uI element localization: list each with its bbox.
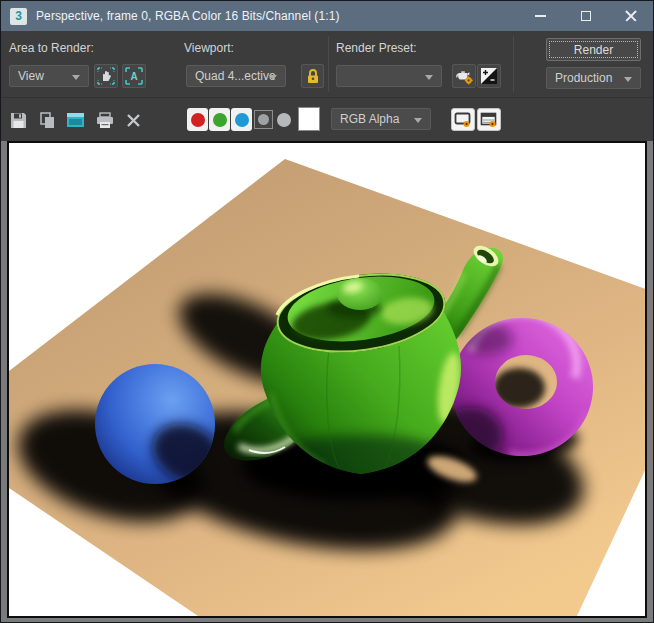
blue-channel-icon <box>235 113 249 127</box>
area-to-render-dropdown[interactable]: View <box>9 65 89 87</box>
clear-button[interactable] <box>121 108 145 132</box>
chevron-down-icon <box>72 75 80 80</box>
viewport-dropdown[interactable]: Quad 4...ective <box>186 65 286 87</box>
svg-text:A: A <box>130 71 137 82</box>
green-channel-button[interactable] <box>209 108 230 131</box>
render-setup-teapot-icon <box>455 68 474 85</box>
render-mode-dropdown[interactable]: Production <box>546 67 641 89</box>
clone-window-icon <box>66 112 85 128</box>
render-mode-value: Production <box>555 71 612 85</box>
render-preset-label: Render Preset: <box>336 41 417 55</box>
render-image <box>9 143 645 616</box>
window-title: Perspective, frame 0, RGBA Color 16 Bits… <box>36 9 340 23</box>
ui-toggle-icon <box>480 112 498 128</box>
render-frame <box>7 141 647 618</box>
render-button[interactable]: Render <box>546 38 641 61</box>
viewport-lock-icon <box>306 68 320 84</box>
chevron-down-icon <box>624 77 632 82</box>
edit-region-button[interactable] <box>94 64 118 88</box>
close-icon <box>625 10 637 22</box>
blue-channel-button[interactable] <box>231 108 252 131</box>
overlay-toggle-icon <box>454 112 472 128</box>
main-toolbar: Area to Render: View A Viewport: Quad 4.… <box>1 31 653 97</box>
overlay-toggle-button[interactable] <box>451 108 475 131</box>
render-area <box>1 141 653 623</box>
clear-icon <box>126 113 141 128</box>
display-mode-value: RGB Alpha <box>340 112 399 126</box>
minimize-button[interactable] <box>518 1 563 31</box>
clone-window-button[interactable] <box>63 108 87 132</box>
auto-region-button[interactable]: A <box>122 64 146 88</box>
save-icon <box>10 112 27 129</box>
alpha-channel-button[interactable] <box>254 110 273 129</box>
display-mode-dropdown[interactable]: RGB Alpha <box>331 108 431 130</box>
area-to-render-label: Area to Render: <box>9 41 94 55</box>
red-channel-icon <box>191 113 205 127</box>
toolbar-divider <box>513 36 514 92</box>
channel-toolbar: RGB Alpha <box>1 97 653 141</box>
titlebar: 3 Perspective, frame 0, RGBA Color 16 Bi… <box>1 1 653 31</box>
auto-region-icon: A <box>125 67 143 85</box>
viewport-lock-button[interactable] <box>301 64 324 88</box>
pan-region-hand-icon <box>97 67 115 85</box>
area-to-render-value: View <box>18 69 44 83</box>
rendered-frame-window: 3 Perspective, frame 0, RGBA Color 16 Bi… <box>0 0 654 623</box>
maximize-button[interactable] <box>563 1 608 31</box>
red-channel-button[interactable] <box>187 108 208 131</box>
copy-icon <box>39 112 56 129</box>
green-channel-icon <box>213 113 227 127</box>
window-controls <box>518 1 653 31</box>
minimize-icon <box>535 15 546 17</box>
viewport-value: Quad 4...ective <box>195 69 276 83</box>
ui-toggle-button[interactable] <box>477 108 501 131</box>
render-setup-button[interactable] <box>452 64 476 88</box>
maximize-icon <box>581 11 591 21</box>
render-preset-dropdown[interactable] <box>336 65 442 87</box>
print-image-button[interactable] <box>93 108 117 132</box>
print-icon <box>96 112 114 129</box>
exposure-control-button[interactable] <box>477 64 501 88</box>
chevron-down-icon <box>425 75 433 80</box>
save-image-button[interactable] <box>6 108 30 132</box>
monochrome-button[interactable] <box>277 113 291 127</box>
chevron-down-icon <box>414 118 422 123</box>
color-swatch[interactable] <box>298 107 320 131</box>
chevron-down-icon <box>269 75 277 80</box>
close-button[interactable] <box>608 1 653 31</box>
viewport-label: Viewport: <box>184 41 234 55</box>
copy-image-button[interactable] <box>35 108 59 132</box>
alpha-channel-icon <box>258 114 269 125</box>
app-icon: 3 <box>10 8 27 25</box>
exposure-control-icon <box>481 68 497 84</box>
toolbar-divider <box>328 36 329 92</box>
